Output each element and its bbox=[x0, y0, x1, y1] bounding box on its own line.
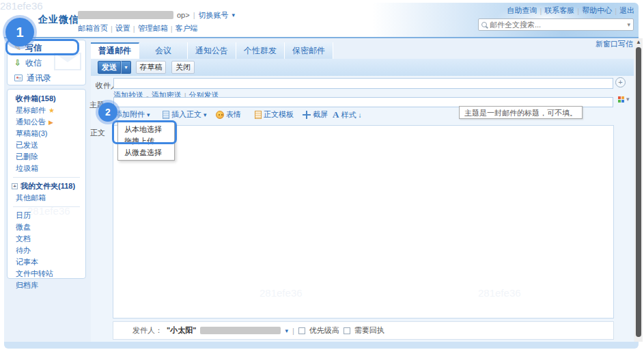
emoji-button[interactable]: 表情 bbox=[216, 109, 241, 120]
subject-tooltip: 主题是一封邮件的标题，可不填。 bbox=[459, 106, 583, 119]
sidebar-item-archive[interactable]: 归档库 bbox=[8, 280, 85, 291]
screenshot-button[interactable]: 截屏 bbox=[303, 109, 328, 120]
body-editor[interactable] bbox=[113, 125, 614, 319]
sender-dropdown-icon[interactable]: ▾ bbox=[285, 327, 288, 334]
compose-action-bar: 发送 ▾ 存草稿 关闭 bbox=[91, 59, 634, 76]
horn-icon: ◀ bbox=[48, 119, 53, 126]
nav-client[interactable]: 客户端 bbox=[176, 23, 198, 33]
scrollbar-thumb[interactable] bbox=[636, 47, 641, 337]
sidebar-item-wedrive[interactable]: 微盘 bbox=[8, 221, 85, 233]
header-nav: 邮箱首页 | 设置 | 管理邮箱 | 客户端 bbox=[78, 23, 198, 33]
template-icon bbox=[255, 111, 262, 119]
close-button[interactable]: 关闭 bbox=[171, 61, 195, 74]
style-button[interactable]: A 样式 ↓ bbox=[333, 109, 361, 120]
mail-tag-color-selector[interactable]: ▾ bbox=[618, 96, 630, 103]
tag-grid-icon bbox=[618, 96, 624, 103]
sidebar-item-other-mailbox[interactable]: 其他邮箱 bbox=[8, 192, 85, 204]
logout-link[interactable]: 退出 bbox=[619, 5, 634, 16]
star-icon: ★ bbox=[48, 107, 55, 114]
sidebar-item-file-transfer[interactable]: 文件中转站 bbox=[8, 268, 85, 280]
switch-account-link[interactable]: 切换账号 bbox=[199, 10, 229, 21]
chevron-down-icon: ▾ bbox=[626, 96, 630, 103]
scrollbar[interactable]: ▲ bbox=[634, 38, 643, 342]
receive-label: 收信 bbox=[25, 57, 42, 69]
letter-a-icon: A bbox=[333, 109, 339, 120]
body-template-button[interactable]: 正文模板 bbox=[255, 109, 294, 120]
menu-item-select-wedrive[interactable]: 从微盘选择 bbox=[118, 147, 174, 159]
redacted-sender-email bbox=[200, 327, 281, 334]
document-icon bbox=[163, 111, 169, 119]
send-button[interactable]: 发送 bbox=[98, 61, 121, 74]
sidebar-item-drafts[interactable]: 草稿箱(3) bbox=[8, 128, 85, 139]
body-label: 正文 bbox=[90, 128, 105, 138]
arrow-down-icon: ↓ bbox=[358, 111, 361, 119]
to-input[interactable] bbox=[113, 78, 613, 89]
sender-label: 发件人： bbox=[132, 325, 163, 336]
app-logo: 企业微信 bbox=[38, 14, 79, 26]
search-dropdown-icon[interactable]: ▾ bbox=[627, 21, 630, 28]
tab-notice[interactable]: 通知公告 bbox=[188, 42, 236, 59]
nav-settings[interactable]: 设置 bbox=[115, 23, 130, 33]
insert-body-button[interactable]: 插入正文 ▾ bbox=[163, 109, 207, 120]
annotation-step-2-badge: 2 bbox=[98, 103, 117, 122]
sidebar-item-starred[interactable]: 星标邮件 ★ bbox=[8, 105, 85, 116]
divider bbox=[13, 206, 80, 207]
nav-manage-mailbox[interactable]: 管理邮箱 bbox=[138, 23, 168, 33]
sidebar-item-docs[interactable]: 文档 bbox=[8, 233, 85, 245]
new-window-compose-link[interactable]: 新窗口写信 bbox=[596, 39, 633, 49]
contact-support-link[interactable]: 联系客服 bbox=[544, 5, 574, 16]
contact-card-icon bbox=[14, 75, 23, 81]
account-row: op> | 切换账号 ▾ bbox=[78, 10, 235, 20]
scroll-up-arrow-icon[interactable]: ▲ bbox=[634, 38, 643, 46]
nav-mail-home[interactable]: 邮箱首页 bbox=[78, 23, 108, 33]
priority-label: 优先级高 bbox=[309, 325, 339, 336]
sender-row: 发件人： "小太阳" ▾ | 优先级高 需要回执 bbox=[113, 321, 614, 340]
search-input[interactable] bbox=[490, 21, 624, 29]
sidebar-item-spam[interactable]: 垃圾箱 bbox=[8, 163, 85, 174]
inbox-arrow-icon: ⇩ bbox=[14, 58, 21, 68]
sidebar-item-notices[interactable]: 通知公告 ◀ bbox=[8, 116, 85, 128]
search-icon bbox=[481, 22, 487, 27]
top-right-links: 自助查询 | 联系客服 | 帮助中心 | 退出 bbox=[507, 5, 634, 16]
redacted-account-email bbox=[78, 11, 173, 19]
sidebar-folders-box: 收件箱(158) 星标邮件 ★ 通知公告 ◀ 草稿箱(3) 已发送 已删除 垃圾… bbox=[7, 89, 86, 279]
sidebar-item-deleted[interactable]: 已删除 bbox=[8, 151, 85, 163]
tab-normal-mail[interactable]: 普通邮件 bbox=[91, 42, 139, 59]
help-center-link[interactable]: 帮助中心 bbox=[582, 5, 612, 16]
sidebar-item-todo[interactable]: 待办 bbox=[8, 245, 85, 256]
tab-confidential-mail[interactable]: 保密邮件 bbox=[285, 42, 333, 59]
divider bbox=[13, 177, 80, 178]
account-suffix: op> bbox=[177, 11, 190, 19]
sender-name: "小太阳" bbox=[167, 325, 196, 336]
crosshair-icon bbox=[303, 111, 311, 119]
sidebar-item-contacts[interactable]: 通讯录 bbox=[8, 70, 85, 85]
priority-checkbox[interactable] bbox=[298, 327, 305, 334]
compose-tabs: 普通邮件 会议 通知公告 个性群发 保密邮件 bbox=[91, 42, 333, 59]
chevron-down-icon: ▾ bbox=[204, 111, 207, 118]
annotation-highlight-menu bbox=[112, 120, 177, 144]
footer-strip bbox=[4, 342, 639, 349]
send-dropdown-icon[interactable]: ▾ bbox=[121, 61, 131, 74]
mail-search-box[interactable]: ▾ bbox=[478, 18, 634, 31]
add-attachment-button[interactable]: 添加附件 ▾ bbox=[115, 109, 150, 120]
sidebar-item-sent[interactable]: 已发送 bbox=[8, 139, 85, 151]
smiley-icon bbox=[216, 111, 224, 119]
sidebar-item-calendar[interactable]: 日历 bbox=[8, 210, 85, 221]
chevron-down-icon: ▾ bbox=[147, 111, 150, 118]
tab-personalized-mass[interactable]: 个性群发 bbox=[236, 42, 285, 59]
annotation-step-1-badge: 1 bbox=[5, 18, 34, 46]
chevron-down-icon: ▾ bbox=[232, 12, 236, 18]
sidebar-item-my-folders[interactable]: + 我的文件夹(118) bbox=[8, 180, 85, 192]
receipt-label: 需要回执 bbox=[354, 325, 384, 336]
receipt-checkbox[interactable] bbox=[344, 327, 350, 334]
add-recipient-button[interactable]: + bbox=[615, 77, 626, 87]
expand-icon[interactable]: + bbox=[12, 183, 18, 189]
sidebar-item-notebook[interactable]: 记事本 bbox=[8, 256, 85, 268]
save-draft-button[interactable]: 存草稿 bbox=[136, 61, 166, 74]
sidebar-item-inbox[interactable]: 收件箱(158) bbox=[8, 93, 85, 105]
contacts-label: 通讯录 bbox=[27, 72, 51, 84]
self-service-link[interactable]: 自助查询 bbox=[507, 5, 537, 16]
tab-meeting[interactable]: 会议 bbox=[139, 42, 188, 59]
